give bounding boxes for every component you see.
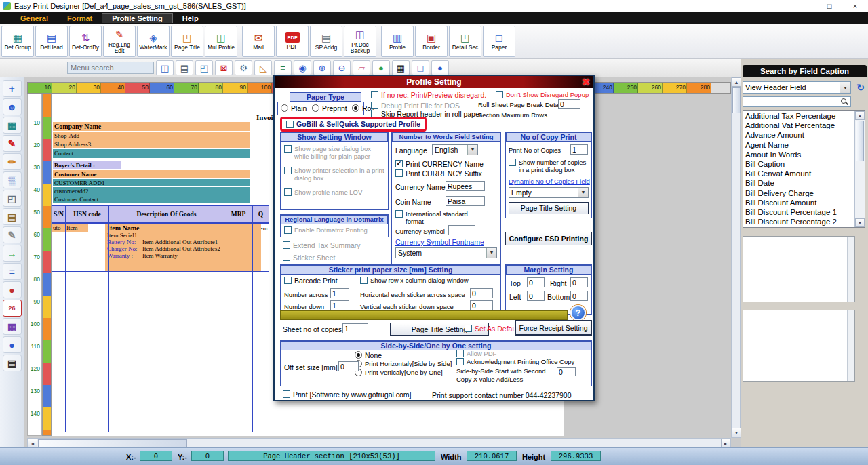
no-rec-checkbox-row[interactable]: If no rec. Print/Preview disregard. <box>371 91 486 99</box>
maximize-button[interactable]: □ <box>816 0 842 12</box>
enable-dotmatrix-checkbox[interactable] <box>284 226 292 234</box>
globe-red-tool-icon[interactable]: ● <box>3 281 22 298</box>
sheet-copies-input[interactable] <box>342 323 368 333</box>
page-tool-icon[interactable]: ◰ <box>3 190 22 207</box>
field-caption-item[interactable]: Additional Vat Percentage <box>743 121 865 130</box>
chevron-down-icon[interactable]: ▼ <box>840 82 850 93</box>
radio-horizontal[interactable]: Print Horizontaly[Side by Side] <box>355 360 452 367</box>
scroll-down-icon[interactable]: ▼ <box>855 218 865 227</box>
refresh-icon[interactable]: ↻ <box>854 81 867 94</box>
horizontal-space-input[interactable] <box>470 288 493 298</box>
customer-add2-field[interactable]: customeradd2 <box>53 187 250 195</box>
dialog-close-icon[interactable]: ✖ <box>580 77 591 87</box>
dynamic-copies-dropdown[interactable]: Empty <box>509 187 589 198</box>
acknowledgment-checkbox[interactable] <box>456 358 464 365</box>
show-copies-checkbox[interactable] <box>509 159 516 166</box>
det-group-button[interactable]: ▦ Det Group <box>1 26 34 57</box>
sp-addg-button[interactable]: ▤ SP.Addg <box>310 26 342 57</box>
radio-roll-control[interactable] <box>352 104 359 112</box>
field-caption-item[interactable]: Bill Discount Percentage 1 <box>743 207 865 217</box>
print-currency-suffix-checkbox-row[interactable]: Print CURRENCY Suffix <box>395 169 482 178</box>
radio-preprint-control[interactable] <box>312 104 319 112</box>
panel-list-box-1[interactable] <box>743 236 855 302</box>
shop-add-field[interactable]: Shop-Add <box>53 132 250 140</box>
zoom-out-button[interactable]: ⊖ <box>333 60 351 75</box>
grid-tool-icon[interactable]: ▦ <box>3 117 22 134</box>
search-icon[interactable] <box>841 98 848 106</box>
extend-tax-checkbox[interactable] <box>283 241 290 249</box>
det-ordby-button[interactable]: ⇅ Det-OrdBy <box>69 26 102 57</box>
buyers-detail-label[interactable]: Buyer's Detail : <box>53 161 121 169</box>
list-tool-icon[interactable]: ≡ <box>3 263 22 280</box>
print-software-checkbox[interactable] <box>283 390 290 398</box>
field-caption-item[interactable]: Agent Name <box>743 140 865 150</box>
tree-view-button[interactable]: ≡ <box>274 60 292 75</box>
allow-pdf-checkbox-row[interactable]: Allow PDF <box>456 350 496 357</box>
acknowledgment-checkbox-row[interactable]: Acknowledgment Printing Office Copy <box>456 358 574 365</box>
clipboard-tool-icon[interactable]: ▤ <box>3 208 22 225</box>
globe-blue-button[interactable]: ● <box>431 60 449 75</box>
currency-symbol-fontname-link[interactable]: Currency Symbol Fontname <box>395 238 484 246</box>
dynamic-copies-link[interactable]: Dynamic No Of Copies Field <box>509 178 590 185</box>
radio-plain-control[interactable] <box>281 104 288 112</box>
mul-profile-button[interactable]: ◫ Mul.Profile <box>205 26 237 57</box>
roll-sheet-input[interactable] <box>558 99 580 109</box>
th-mrp[interactable]: MRP <box>224 205 253 223</box>
menu-help[interactable]: Help <box>173 14 208 23</box>
field-caption-item[interactable]: Advance Amount <box>743 130 865 140</box>
zoom-button[interactable]: ◉ <box>294 60 311 75</box>
radio-none[interactable]: None <box>355 351 382 359</box>
gobill-highlight-box[interactable]: GoBill & SellQuick Supported Profile <box>280 117 427 132</box>
extend-tax-checkbox-row[interactable]: Extend Tax Summary <box>283 241 361 249</box>
dots-tool-icon[interactable]: ▒ <box>3 171 22 188</box>
row-item-cell[interactable]: Item <box>65 224 88 232</box>
page-button[interactable]: ◻ <box>412 60 429 75</box>
print-button[interactable]: ▤ <box>176 60 193 75</box>
list-scrollbar[interactable]: ▲ ▼ <box>854 111 865 227</box>
radio-plain[interactable]: Plain <box>281 104 307 113</box>
move-tool-icon[interactable]: + <box>3 80 22 97</box>
print-currency-name-checkbox-row[interactable]: ✓Print CURRENCY Name <box>395 160 484 168</box>
page-title-setting-button-1[interactable]: Page Title Setting <box>509 202 589 214</box>
delete-page-button[interactable]: ⊠ <box>215 60 233 75</box>
barcode-print-checkbox-row[interactable]: Barcode Print <box>284 277 338 285</box>
help-icon[interactable]: ? <box>570 305 586 321</box>
enable-dotmatrix-checkbox-row[interactable]: Enable Dotmatrix Printing <box>284 226 368 234</box>
list-scrollbar[interactable] <box>847 237 854 302</box>
border-button[interactable]: ▣ Border <box>415 26 448 57</box>
minimize-button[interactable]: — <box>791 0 816 12</box>
offset-input[interactable] <box>338 361 359 371</box>
field-caption-list[interactable]: ▲ ▼ Additional Tax PercentageAdditional … <box>743 110 865 228</box>
globe-green-button[interactable]: ● <box>372 60 390 75</box>
th-description[interactable]: Description Of Goods <box>108 205 224 223</box>
set-as-default-checkbox-row[interactable]: Set As Default <box>465 325 520 333</box>
dont-show-checkbox[interactable] <box>496 91 503 98</box>
menu-profile-setting[interactable]: Profile Setting <box>102 13 173 23</box>
sticker-sheet-checkbox[interactable] <box>283 254 290 261</box>
ruler-button[interactable]: ◺ <box>254 60 272 75</box>
field-caption-item[interactable]: Additional Tax Percentage <box>743 111 865 121</box>
coin-name-input[interactable] <box>446 196 485 206</box>
number-down-input[interactable] <box>330 300 349 310</box>
print-software-checkbox-row[interactable]: Print [Software by www.gofrugal.com] <box>283 390 412 399</box>
language-dropdown[interactable]: English <box>432 144 478 155</box>
contact-field[interactable]: Contact <box>53 149 250 158</box>
watermark-button[interactable]: ◈ WaterMark <box>137 26 170 57</box>
margin-left-input[interactable] <box>527 291 545 301</box>
pen-tool-icon[interactable]: ✎ <box>3 135 22 152</box>
barcode-print-checkbox[interactable] <box>284 277 292 284</box>
scroll-up-icon[interactable]: ▲ <box>732 77 741 87</box>
scroll-thumb[interactable] <box>856 121 864 161</box>
page-title-button[interactable]: ◰ Page Title <box>171 26 203 57</box>
no-rec-checkbox[interactable] <box>371 91 378 98</box>
customer-name-field[interactable]: Customer Name <box>53 170 250 178</box>
th-hsn[interactable]: HSN code <box>65 205 109 223</box>
gobill-checkbox[interactable] <box>286 121 294 128</box>
currency-symbol-input[interactable] <box>448 225 475 235</box>
margin-bottom-input[interactable] <box>570 291 588 301</box>
list-scrollbar[interactable] <box>847 310 854 381</box>
scroll-thumb[interactable] <box>38 439 187 447</box>
copy-page-button[interactable]: ◫ <box>156 60 174 75</box>
debug-checkbox-row[interactable]: Debug Print File for DOS <box>371 102 460 110</box>
panel-list-box-2[interactable] <box>743 310 855 382</box>
